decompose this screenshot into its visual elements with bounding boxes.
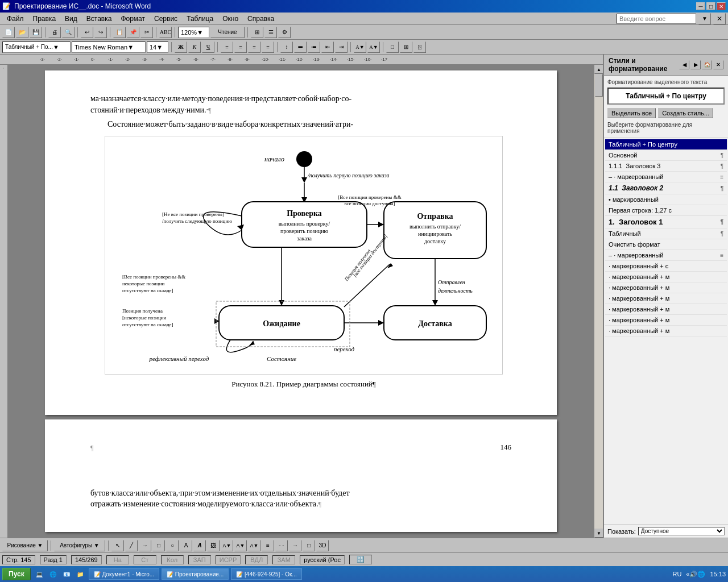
- taskbar-task-doc1[interactable]: 📝 Документ1 - Micro...: [89, 568, 159, 580]
- scroll-down-button[interactable]: ▼: [594, 529, 603, 538]
- menu-table[interactable]: Таблица: [182, 14, 218, 24]
- fill-color-button[interactable]: A▼: [221, 540, 233, 551]
- style-item-selected[interactable]: Табличный + По центру: [605, 139, 727, 150]
- align-left-button[interactable]: ≡: [221, 41, 233, 53]
- font-dropdown[interactable]: Times New Roman▼: [72, 41, 146, 53]
- panel-forward-button[interactable]: ▶: [690, 60, 701, 69]
- quick-launch-icon3[interactable]: 📧: [60, 568, 73, 580]
- align-right-button[interactable]: ≡: [248, 41, 260, 53]
- undo-button[interactable]: ↩: [81, 27, 93, 38]
- cursor-button[interactable]: ↖: [111, 540, 124, 551]
- style-item-basic[interactable]: Основной ¶: [605, 150, 727, 161]
- style-dropdown[interactable]: Табличный + По...▼: [2, 41, 71, 53]
- zoom-dropdown[interactable]: 120% ▼: [178, 27, 209, 38]
- arrow-button[interactable]: →: [139, 540, 151, 551]
- table-insert-button[interactable]: ⊞: [400, 41, 412, 53]
- rect-button[interactable]: □: [152, 540, 165, 551]
- font-size-dropdown[interactable]: 14▼: [147, 41, 168, 53]
- font-color-button[interactable]: A▼: [367, 41, 380, 53]
- style-item-heading3[interactable]: 1.1.1 Заголовок 3 ¶: [605, 161, 727, 172]
- document-pages[interactable]: ма·назначается·классу·или·методу·поведен…: [8, 65, 594, 538]
- misc-btn3[interactable]: ⚙: [278, 27, 291, 38]
- line-button[interactable]: ╱: [125, 540, 138, 551]
- border-button[interactable]: □: [386, 41, 399, 53]
- paste-button[interactable]: 📌: [127, 27, 139, 38]
- print-button[interactable]: 🖨: [48, 27, 61, 38]
- quick-launch-icon4[interactable]: 📁: [74, 568, 86, 580]
- style-item-table[interactable]: Табличный ¶: [605, 228, 727, 239]
- print-preview-button[interactable]: 🔍: [62, 27, 75, 38]
- menu-edit[interactable]: Правка: [28, 14, 61, 24]
- bold-button[interactable]: Ж: [175, 41, 187, 53]
- style-item-clear[interactable]: Очистить формат: [605, 239, 727, 250]
- vertical-scrollbar[interactable]: ▲ ▼: [594, 65, 603, 538]
- line-spacing-button[interactable]: ↕: [280, 41, 293, 53]
- bullet-list-button[interactable]: ≔: [294, 41, 307, 53]
- copy-button[interactable]: 📋: [113, 27, 126, 38]
- cut-button[interactable]: ✂: [140, 27, 153, 38]
- style-item-firstline[interactable]: Первая строка: 1,27 с: [605, 205, 727, 216]
- font-color-draw-button[interactable]: A▼: [248, 540, 260, 551]
- line-style-button[interactable]: ≡: [262, 540, 274, 551]
- quick-launch-icon2[interactable]: 🌐: [47, 568, 59, 580]
- style-item-bullet9[interactable]: · маркерованный + м: [605, 315, 727, 326]
- scroll-up-button[interactable]: ▲: [594, 65, 603, 74]
- clipart-button[interactable]: 🖼: [207, 540, 220, 551]
- style-item-bullet5[interactable]: · маркерованный + м: [605, 272, 727, 282]
- style-item-bullet6[interactable]: · маркерованный + м: [605, 282, 727, 293]
- start-button[interactable]: Пуск: [2, 568, 31, 580]
- help-close-button[interactable]: ✕: [713, 13, 726, 24]
- style-item-bullet4[interactable]: · маркерованный + с: [605, 261, 727, 272]
- style-item-bullet2[interactable]: • маркированный: [605, 194, 727, 205]
- redo-button[interactable]: ↪: [94, 27, 107, 38]
- scroll-thumb[interactable]: [595, 74, 603, 97]
- style-item-bullet10[interactable]: · маркерованный + м: [605, 326, 727, 336]
- menu-tools[interactable]: Сервис: [150, 14, 182, 24]
- arrow-style-button[interactable]: →: [289, 540, 301, 551]
- panel-close-button[interactable]: ✕: [713, 60, 723, 69]
- scroll-track[interactable]: [594, 74, 603, 529]
- align-center-button[interactable]: ≡: [234, 41, 247, 53]
- taskbar-task-doc2[interactable]: 📝 Проектирование...: [162, 568, 229, 580]
- wordart-button[interactable]: A: [193, 540, 206, 551]
- style-item-heading1[interactable]: 1. Заголовок 1 ¶: [605, 216, 727, 228]
- line-color-button[interactable]: A▼: [234, 540, 247, 551]
- help-search-button[interactable]: ▼: [698, 13, 711, 24]
- menu-insert[interactable]: Вставка: [82, 14, 117, 24]
- underline-button[interactable]: Ч: [202, 41, 214, 53]
- misc-btn2[interactable]: ☰: [264, 27, 277, 38]
- menu-view[interactable]: Вид: [60, 14, 82, 24]
- menu-format[interactable]: Формат: [116, 14, 150, 24]
- open-button[interactable]: 📂: [16, 27, 28, 38]
- panel-back-button[interactable]: ◀: [679, 60, 689, 69]
- autoshapes-button[interactable]: Автофигуры ▼: [54, 540, 105, 551]
- quick-launch-icon1[interactable]: 💻: [33, 568, 46, 580]
- oval-button[interactable]: ○: [166, 540, 179, 551]
- close-button[interactable]: ✕: [717, 2, 726, 10]
- help-search-input[interactable]: [617, 14, 696, 24]
- reading-mode-button[interactable]: Чтение: [210, 27, 245, 38]
- create-style-button[interactable]: Создать стиль...: [658, 108, 713, 118]
- columns-button[interactable]: ⌻: [413, 41, 426, 53]
- select-all-button[interactable]: Выделить все: [607, 108, 656, 118]
- spell-check-button[interactable]: ABC: [159, 27, 172, 38]
- taskbar-task-doc3[interactable]: 📝 [446-924-925] - Ок...: [231, 568, 301, 580]
- panel-home-button[interactable]: 🏠: [702, 60, 712, 69]
- numbered-list-button[interactable]: ≔: [308, 41, 320, 53]
- style-item-bullet8[interactable]: · маркерованный + м: [605, 304, 727, 315]
- increase-indent-button[interactable]: ⇥: [335, 41, 348, 53]
- save-button[interactable]: 💾: [30, 27, 42, 38]
- 3d-button[interactable]: 3D: [316, 540, 329, 551]
- new-button[interactable]: 📄: [2, 27, 15, 38]
- menu-window[interactable]: Окно: [218, 14, 243, 24]
- style-item-heading2[interactable]: 1.1 Заголовок 2 ¶: [605, 182, 727, 194]
- italic-button[interactable]: К: [188, 41, 201, 53]
- maximize-button[interactable]: □: [706, 2, 715, 10]
- menu-file[interactable]: Файл: [2, 14, 28, 24]
- misc-btn1[interactable]: ⊞: [251, 27, 263, 38]
- dash-style-button[interactable]: - -: [275, 540, 288, 551]
- minimize-button[interactable]: ─: [696, 2, 705, 10]
- drawing-menu-button[interactable]: Рисование ▼: [2, 540, 48, 551]
- show-dropdown[interactable]: Доступное: [638, 527, 725, 535]
- style-item-bullet3[interactable]: – · маркерованный ≡: [605, 250, 727, 261]
